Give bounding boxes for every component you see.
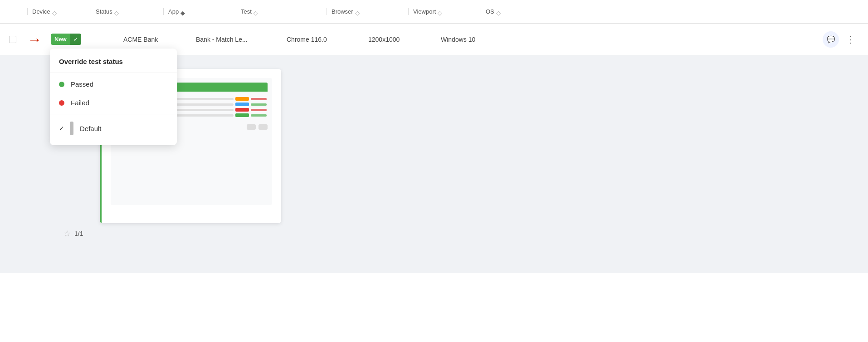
sort-icon-browser: ◇ [355,10,360,14]
os-cell: Windows 10 [436,36,527,43]
mini-line-6 [176,109,234,111]
column-label-browser: Browser [332,8,353,15]
column-header-os[interactable]: OS ◇ [481,8,553,15]
column-label-app: App [168,8,179,15]
more-options-button[interactable]: ⋮ [843,32,859,47]
status-badge[interactable]: New [51,34,70,45]
status-check-icon: ✓ [73,36,78,43]
column-label-test: Test [241,8,252,15]
dropdown-item-passed[interactable]: Passed [50,75,177,93]
failed-label: Failed [71,99,89,107]
column-label-os: OS [486,8,494,15]
status-cell: New ✓ [46,34,119,45]
dropdown-divider-1 [50,73,177,73]
mini-line-2 [176,98,234,100]
override-status-dropdown: Override test status Passed Failed ✓ Def… [50,49,177,145]
os-value: Windows 10 [441,36,475,43]
column-header-browser[interactable]: Browser ◇ [327,8,408,15]
column-label-viewport: Viewport [413,8,436,15]
viewport-value: 1200x1000 [368,36,400,43]
row-checkbox-cell [9,36,27,43]
mini-badge-4 [235,113,249,117]
row-checkbox[interactable] [9,36,16,43]
mini-nav-next [258,124,268,130]
header-row: Device ◇ Status ◇ App ◆ Test ◇ Browser ◇… [0,0,868,24]
mini-amount-2 [251,103,267,106]
app-value: ACME Bank [123,36,158,43]
passed-dot-icon [59,82,64,87]
comment-icon: 💬 [827,35,835,44]
app-cell: ACME Bank [119,36,191,43]
mini-amount-1 [251,98,267,100]
sort-icon-app: ◆ [180,10,185,14]
page-label: 1/1 [74,230,83,237]
default-dot-icon [70,122,73,135]
dropdown-divider-2 [50,114,177,114]
comment-button[interactable]: 💬 [823,31,839,48]
default-checkmark-icon: ✓ [59,125,64,132]
mini-amount-4 [251,114,267,117]
dropdown-item-failed[interactable]: Failed [50,93,177,112]
column-header-app[interactable]: App ◆ [163,8,236,15]
column-header-viewport[interactable]: Viewport ◇ [408,8,481,15]
column-header-test[interactable]: Test ◇ [236,8,327,15]
mini-badge-1 [235,97,249,101]
sort-icon-os: ◇ [496,10,501,14]
sort-icon-test: ◇ [254,10,258,14]
column-label-device: Device [32,8,50,15]
test-cell: Bank - Match Le... [191,36,282,43]
mini-nav-prev [247,124,256,130]
mini-amount-3 [251,109,267,111]
data-row: → New ✓ ACME Bank Bank - Match Le... Chr… [0,24,868,55]
test-value: Bank - Match Le... [196,36,248,43]
dropdown-title: Override test status [50,53,177,71]
column-header-status[interactable]: Status ◇ [91,8,163,15]
browser-value: Chrome 116.0 [287,36,327,43]
star-icon[interactable]: ☆ [63,229,71,239]
mini-line-4 [176,103,234,106]
mini-line-8 [176,114,234,117]
status-badge-wrapper: New ✓ [51,34,114,45]
pagination-area: ☆ 1/1 [63,229,83,239]
column-header-device[interactable]: Device ◇ [27,8,91,15]
passed-label: Passed [71,80,93,88]
column-label-status: Status [96,8,112,15]
arrow-indicator: → [27,32,42,47]
red-arrow-icon: → [27,32,42,47]
status-label: New [54,36,67,43]
row-actions: 💬 ⋮ [823,31,859,48]
table-container: Device ◇ Status ◇ App ◆ Test ◇ Browser ◇… [0,0,868,342]
dots-icon: ⋮ [846,34,855,44]
mini-badge-3 [235,108,249,112]
sort-icon-status: ◇ [114,10,119,14]
mini-badge-2 [235,103,249,106]
viewport-cell: 1200x1000 [364,36,436,43]
dropdown-item-default[interactable]: ✓ Default [50,116,177,141]
status-badge-check[interactable]: ✓ [70,34,81,45]
sort-icon-viewport: ◇ [438,10,442,14]
failed-dot-icon [59,100,64,106]
browser-cell: Chrome 116.0 [282,36,364,43]
default-check-area: ✓ [59,122,73,135]
sort-icon-device: ◇ [52,10,57,14]
default-label: Default [80,125,102,132]
